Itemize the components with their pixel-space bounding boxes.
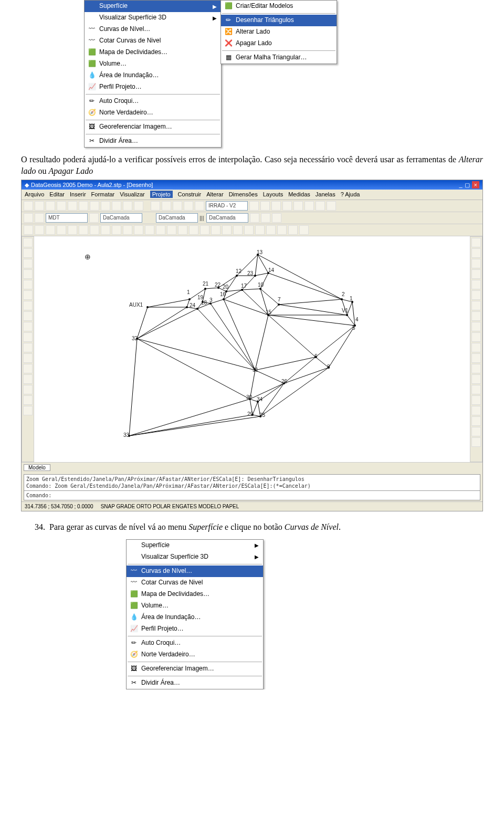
menu-icon: 〰 <box>129 579 139 587</box>
toolbar-row-2[interactable]: MDT DaCamada DaCamada ||| DaCamada <box>22 212 482 224</box>
menu-item[interactable]: ✏Desenhar Triângulos <box>221 15 337 26</box>
svg-line-46 <box>260 273 268 289</box>
menu-item[interactable]: 〰Curvas de Nível… <box>85 24 221 35</box>
menu-medidas[interactable]: Medidas <box>288 191 310 197</box>
menu-item[interactable]: 💧Área de Inundação… <box>85 70 221 81</box>
menu-icon: 🟩 <box>129 590 139 599</box>
svg-line-47 <box>148 299 190 307</box>
menu-item[interactable]: 〰Cotar Curvas de Nivel <box>127 577 263 589</box>
menu-item[interactable]: 〰Cotar Curvas de Nivel <box>85 35 221 47</box>
toolbar-row-3[interactable] <box>22 224 482 236</box>
menu-item[interactable]: ✂Dividir Área… <box>127 677 263 689</box>
menu-icon <box>87 14 97 22</box>
menu-icon: 📈 <box>87 83 97 91</box>
menu-item[interactable]: ❌Apagar Lado <box>221 38 337 49</box>
menu-? ajuda[interactable]: ? Ajuda <box>341 191 360 197</box>
svg-line-87 <box>316 357 329 368</box>
menu-label: Perfil Projeto… <box>99 83 142 91</box>
menu-item[interactable]: ▦Gerar Malha Triangular… <box>221 52 337 64</box>
svg-line-49 <box>203 302 211 303</box>
maximize-button[interactable]: ▢ <box>465 181 470 189</box>
menu-arquivo[interactable]: Arquivo <box>25 191 44 197</box>
combo-layer-3[interactable]: DaCamada <box>206 213 248 223</box>
menu-item[interactable]: 〰Curvas de Nível… <box>127 566 263 577</box>
menu-label: Norte Verdadeiro… <box>141 651 195 659</box>
menu-label: Volume… <box>99 60 127 68</box>
svg-line-37 <box>218 276 237 288</box>
svg-line-102 <box>129 416 260 436</box>
menu-item[interactable]: 📈Perfil Projeto… <box>127 623 263 635</box>
menu-item[interactable]: 🖼Georeferenciar Imagem… <box>85 121 221 133</box>
right-toolbar[interactable] <box>470 236 482 462</box>
menu-icon: 🔀 <box>223 28 234 36</box>
menu-item[interactable]: 📈Perfil Projeto… <box>85 81 221 93</box>
menu-item[interactable]: Visualizar Superfície 3D▶ <box>127 551 263 563</box>
menu-item[interactable]: Superfície▶ <box>127 540 263 551</box>
app-screenshot: ◆ DataGeosis 2005 Demo - Aula2.stp - [De… <box>21 180 483 511</box>
menu-icon <box>87 2 97 11</box>
menu-item[interactable]: 🟩Volume… <box>85 58 221 70</box>
menu-item[interactable]: 💧Área de Inundação… <box>127 612 263 623</box>
menu-icon: 〰 <box>129 567 139 575</box>
svg-line-75 <box>129 415 253 436</box>
menu-item[interactable]: ✏Auto Croqui… <box>85 96 221 107</box>
svg-line-42 <box>203 289 205 302</box>
svg-line-68 <box>342 299 347 315</box>
svg-line-50 <box>211 299 224 303</box>
combo-layer-2[interactable]: DaCamada <box>156 213 198 223</box>
svg-line-97 <box>258 402 260 416</box>
menu-icon: 🖼 <box>87 123 97 131</box>
left-toolbar[interactable] <box>22 236 34 462</box>
svg-line-66 <box>342 299 352 302</box>
toolbar-row-1[interactable]: IRRAD - V2 <box>22 200 482 212</box>
menu-item[interactable]: 🟩Mapa de Declividades… <box>127 589 263 600</box>
status-bar: 314.7356 ; 534.7050 ; 0.0000 SNAP GRADE … <box>22 501 482 511</box>
menu-item[interactable]: Visualizar Superfície 3D▶ <box>85 12 221 24</box>
menu-dimensões[interactable]: Dimensões <box>229 191 258 197</box>
menu-item[interactable]: 🟩Criar/Editar Modelos <box>221 1 337 12</box>
menu-icon: ✏ <box>223 16 234 25</box>
tab-modelo[interactable]: Modelo <box>24 464 50 471</box>
menu-icon: 🟩 <box>87 60 97 68</box>
svg-line-94 <box>258 383 284 402</box>
command-input[interactable]: Comando: <box>24 491 480 500</box>
paragraph-result: O resultado poderá ajudá-lo a verificar … <box>21 154 483 176</box>
menu-layouts[interactable]: Layouts <box>263 191 284 197</box>
menu-construir[interactable]: Construir <box>178 191 202 197</box>
svg-line-88 <box>329 326 355 368</box>
menu-item[interactable]: 🔀Alterar Lado <box>221 26 337 38</box>
close-button[interactable]: × <box>472 181 479 189</box>
menu-label: Alterar Lado <box>236 28 270 36</box>
combo-mdt[interactable]: MDT <box>46 213 88 223</box>
triangulation-network <box>69 247 394 446</box>
menu-item[interactable]: 🧭Norte Verdadeiro… <box>127 649 263 661</box>
menu-bar[interactable]: ArquivoEditarInserirFormatarVisualizarPr… <box>22 190 482 200</box>
menu-alterar[interactable]: Alterar <box>206 191 223 197</box>
window-title: DataGeosis 2005 Demo - Aula2.stp - [Dese… <box>31 181 153 189</box>
menu-label: Cotar Curvas de Nivel <box>141 579 203 587</box>
menu-label: Curvas de Nível… <box>141 567 192 575</box>
menu-item[interactable]: ✂Dividir Área… <box>85 135 221 147</box>
bottom-toolbar[interactable] <box>24 471 480 473</box>
combo-irrad[interactable]: IRRAD - V2 <box>206 201 248 211</box>
menu-item[interactable]: 🧭Norte Verdadeiro… <box>85 107 221 119</box>
menu-janelas[interactable]: Janelas <box>316 191 335 197</box>
menu-formatar[interactable]: Formatar <box>91 191 115 197</box>
menu-item[interactable]: 🖼Georeferenciar Imagem… <box>127 663 263 675</box>
menu-editar[interactable]: Editar <box>49 191 65 197</box>
menu-icon: 🟩 <box>223 2 234 11</box>
menu-item[interactable]: 🟩Mapa de Declividades… <box>85 47 221 58</box>
menu-item[interactable]: 🟩Volume… <box>127 600 263 612</box>
menu-item[interactable]: Superfície▶ <box>85 1 221 12</box>
menu-projeto[interactable]: Projeto <box>150 191 173 198</box>
submenu-arrow-icon: ▶ <box>247 553 259 560</box>
svg-line-74 <box>129 339 137 436</box>
combo-layer-1[interactable]: DaCamada <box>100 213 142 223</box>
menu-visualizar[interactable]: Visualizar <box>120 191 145 197</box>
menu-item[interactable]: ✏Auto Croqui… <box>127 637 263 649</box>
menu-label: Superfície <box>141 541 170 550</box>
menu-inserir[interactable]: Inserir <box>70 191 86 197</box>
minimize-button[interactable]: _ <box>459 181 462 189</box>
drawing-canvas[interactable]: ⊕ <box>22 236 482 462</box>
menu-icon <box>129 541 139 550</box>
